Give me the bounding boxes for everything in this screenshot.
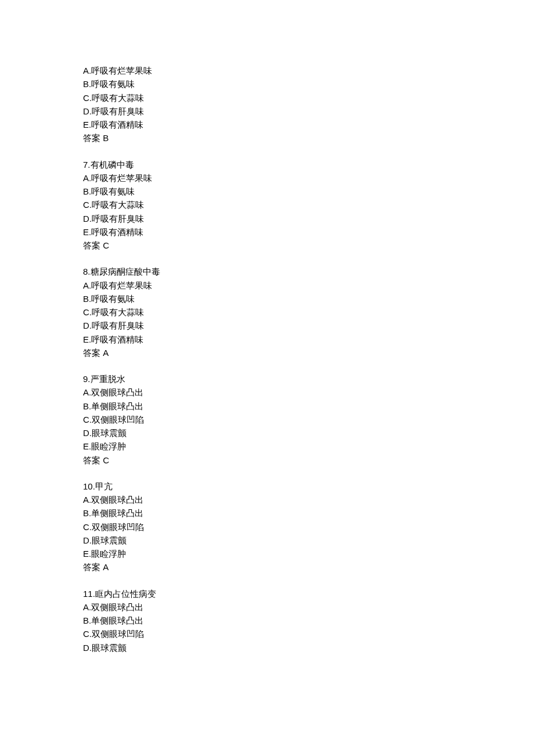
option-a: A.呼吸有烂苹果味: [83, 64, 534, 77]
answer: 答案 A: [83, 346, 534, 359]
answer: 答案 C: [83, 239, 534, 252]
question-text: 8.糖尿病酮症酸中毒: [83, 265, 534, 278]
question-text: 7.有机磷中毒: [83, 158, 534, 171]
option-d: D.呼吸有肝臭味: [83, 319, 534, 332]
option-c: C.呼吸有大蒜味: [83, 91, 534, 105]
option-c: C.双侧眼球凹陷: [83, 413, 534, 426]
option-c: C.呼吸有大蒜味: [83, 305, 534, 319]
option-c: C.双侧眼球凹陷: [83, 627, 534, 640]
option-c: C.双侧眼球凹陷: [83, 520, 534, 534]
option-e: E.呼吸有酒精味: [83, 118, 534, 131]
option-b: B.单侧眼球凸出: [83, 506, 534, 520]
option-d: D.眼球震颤: [83, 426, 534, 440]
option-b: B.单侧眼球凸出: [83, 614, 534, 627]
option-b: B.呼吸有氨味: [83, 77, 534, 91]
answer: 答案 B: [83, 131, 534, 145]
question-text: 11.眶内占位性病变: [83, 587, 534, 600]
option-a: A.呼吸有烂苹果味: [83, 279, 534, 292]
answer: 答案 C: [83, 453, 534, 467]
option-b: B.呼吸有氨味: [83, 185, 534, 198]
question-block: A.呼吸有烂苹果味 B.呼吸有氨味 C.呼吸有大蒜味 D.呼吸有肝臭味 E.呼吸…: [83, 64, 534, 145]
question-block: 10.甲亢 A.双侧眼球凸出 B.单侧眼球凸出 C.双侧眼球凹陷 D.眼球震颤 …: [83, 480, 534, 574]
question-text: 10.甲亢: [83, 480, 534, 493]
question-text: 9.严重脱水: [83, 372, 534, 386]
option-a: A.双侧眼球凸出: [83, 493, 534, 506]
answer: 答案 A: [83, 560, 534, 574]
option-a: A.呼吸有烂苹果味: [83, 171, 534, 185]
option-e: E.呼吸有酒精味: [83, 333, 534, 346]
option-a: A.双侧眼球凸出: [83, 600, 534, 614]
option-e: E.眼睑浮肿: [83, 547, 534, 560]
question-block: 11.眶内占位性病变 A.双侧眼球凸出 B.单侧眼球凸出 C.双侧眼球凹陷 D.…: [83, 587, 534, 654]
question-block: 8.糖尿病酮症酸中毒 A.呼吸有烂苹果味 B.呼吸有氨味 C.呼吸有大蒜味 D.…: [83, 265, 534, 359]
option-b: B.呼吸有氨味: [83, 292, 534, 305]
option-d: D.呼吸有肝臭味: [83, 105, 534, 118]
question-block: 7.有机磷中毒 A.呼吸有烂苹果味 B.呼吸有氨味 C.呼吸有大蒜味 D.呼吸有…: [83, 158, 534, 253]
option-b: B.单侧眼球凸出: [83, 399, 534, 413]
option-e: E.呼吸有酒精味: [83, 225, 534, 239]
option-d: D.眼球震颤: [83, 534, 534, 547]
option-a: A.双侧眼球凸出: [83, 386, 534, 399]
question-block: 9.严重脱水 A.双侧眼球凸出 B.单侧眼球凸出 C.双侧眼球凹陷 D.眼球震颤…: [83, 372, 534, 467]
option-d: D.呼吸有肝臭味: [83, 212, 534, 225]
option-e: E.眼睑浮肿: [83, 440, 534, 453]
document-page: A.呼吸有烂苹果味 B.呼吸有氨味 C.呼吸有大蒜味 D.呼吸有肝臭味 E.呼吸…: [0, 0, 534, 756]
option-d: D.眼球震颤: [83, 641, 534, 654]
option-c: C.呼吸有大蒜味: [83, 198, 534, 211]
